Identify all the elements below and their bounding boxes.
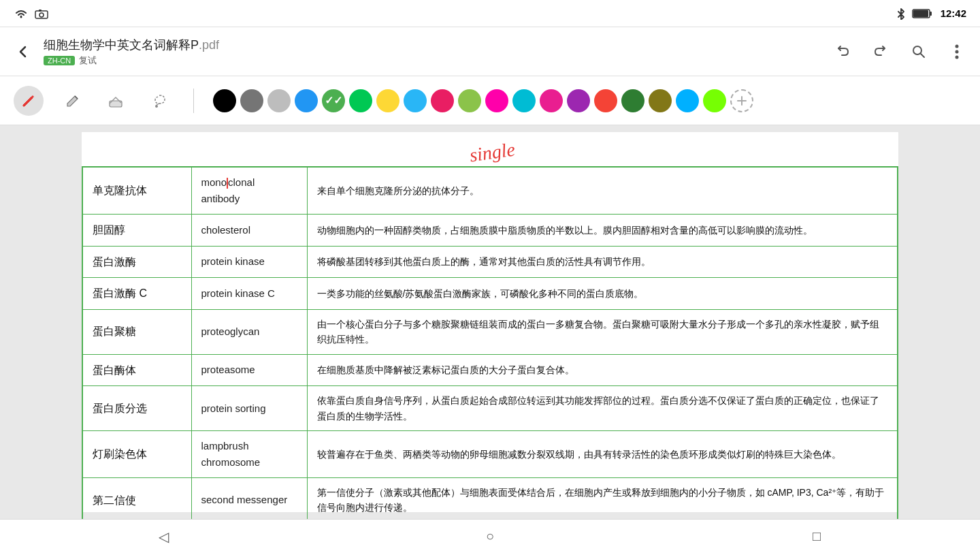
vocabulary-table: 单克隆抗体monoclonalantibody来自单个细胞克隆所分泌的抗体分子。… [82,166,898,519]
chinese-term: 单克隆抗体 [82,167,191,215]
color-dot-0[interactable] [213,89,236,112]
chinese-term: 灯刷染色体 [82,430,191,477]
english-term: monoclonalantibody [191,167,307,215]
english-term: protein sorting [191,386,307,431]
table-row: 胆固醇cholesterol动物细胞内的一种固醇类物质，占细胞质膜中脂质物质的半… [82,215,898,247]
status-left [14,8,49,19]
description-text: 一类多功能的丝氨酸/苏氨酸蛋白激酶家族，可磷酸化多种不同的蛋白质底物。 [307,278,898,310]
table-row: 蛋白激酶protein kinase将磷酸基团转移到其他蛋白质上的酶，通常对其他… [82,246,898,278]
table-row: 单克隆抗体monoclonalantibody来自单个细胞克隆所分泌的抗体分子。 [82,167,898,215]
chinese-term: 蛋白质分选 [82,386,191,431]
home-nav-button[interactable]: ○ [470,523,510,550]
table-row: 第二信使second messenger第一信使分子（激素或其他配体）与细胞表面… [82,477,898,519]
chinese-term: 蛋白激酶 C [82,278,191,310]
chinese-term: 胆固醇 [82,215,191,247]
top-bar-actions [830,40,969,64]
language-badge: ZH-CN [44,56,75,65]
table-row: 蛋白聚糖proteoglycan由一个核心蛋白分子与多个糖胺聚糖链组装而成的蛋白… [82,309,898,354]
pen-tool[interactable] [14,86,44,116]
toolbar-separator-1 [193,89,194,113]
camera-icon [34,8,49,19]
svg-point-12 [155,105,158,108]
color-dot-7[interactable] [404,89,427,112]
color-dot-2[interactable] [267,89,291,112]
svg-point-2 [39,13,44,17]
description-text: 将磷酸基团转移到其他蛋白质上的酶，通常对其他蛋白质的活性具有调节作用。 [307,246,898,278]
undo-button[interactable] [830,40,855,64]
color-dot-6[interactable] [376,89,399,112]
table-row: 蛋白激酶 Cprotein kinase C一类多功能的丝氨酸/苏氨酸蛋白激酶家… [82,278,898,310]
more-button[interactable] [945,40,969,64]
chinese-term: 蛋白聚糖 [82,309,191,354]
cursor-line [227,178,228,189]
lasso-tool[interactable] [144,86,174,116]
top-bar: 细胞生物学中英文名词解释P.pdf ZH-CN 复试 [0,27,980,76]
color-dot-18[interactable] [703,89,726,112]
bluetooth-icon [896,7,906,20]
battery-indicator [912,7,932,19]
chinese-term: 蛋白酶体 [82,354,191,386]
badge-label: 复试 [79,54,97,67]
toolbar: ✓ [0,76,980,125]
description-text: 动物细胞内的一种固醇类物质，占细胞质膜中脂质物质的半数以上。膜内胆固醇相对含量的… [307,215,898,247]
description-text: 由一个核心蛋白分子与多个糖胺聚糖链组装而成的蛋白一多糖复合物。蛋白聚糖可吸附大量… [307,309,898,354]
color-dot-5[interactable] [349,89,372,112]
add-color-button[interactable] [730,89,753,112]
svg-point-10 [956,55,959,59]
battery-icon [912,8,932,19]
status-right: 12:42 [896,7,966,20]
filename: 细胞生物学中英文名词解释P.pdf [44,37,822,53]
english-term: proteoglycan [191,309,307,354]
table-row: 蛋白酶体proteasome在细胞质基质中降解被泛素标记蛋白质的大分子蛋白复合体… [82,354,898,386]
wifi-icon [14,8,29,19]
bottom-nav: ◁ ○ □ [0,519,980,553]
english-term: cholesterol [191,215,307,247]
svg-rect-3 [39,10,42,12]
color-dot-8[interactable] [431,89,454,112]
english-term: lampbrush chromosome [191,430,307,477]
pdf-page: single 单克隆抗体monoclonalantibody来自单个细胞克隆所分… [82,132,898,512]
chinese-term: 第二信使 [82,477,191,519]
table-row: 蛋白质分选protein sorting依靠蛋白质自身信号序列，从蛋白质起始合成… [82,386,898,431]
color-dot-16[interactable] [649,89,672,112]
description-text: 第一信使分子（激素或其他配体）与细胞表面受体结合后，在细胞内产生或释放到细胞内的… [307,477,898,519]
recents-nav-button[interactable]: □ [796,523,837,550]
svg-point-9 [956,50,959,53]
color-dot-9[interactable] [458,89,481,112]
color-dot-10[interactable] [485,89,508,112]
search-button[interactable] [906,40,931,64]
svg-point-8 [956,44,959,48]
redo-button[interactable] [868,40,893,64]
back-nav-button[interactable]: ◁ [143,523,184,550]
chinese-term: 蛋白激酶 [82,246,191,278]
marker-tool[interactable] [57,86,87,116]
color-dot-14[interactable] [594,89,617,112]
english-term: protein kinase [191,246,307,278]
document-title-section: 细胞生物学中英文名词解释P.pdf ZH-CN 复试 [44,37,822,67]
color-dot-15[interactable] [621,89,644,112]
table-row: 灯刷染色体lampbrush chromosome较普遍存在于鱼类、两栖类等动物… [82,430,898,477]
eraser-tool[interactable] [101,86,131,116]
description-text: 较普遍存在于鱼类、两栖类等动物的卵母细胞减数分裂双线期，由具有转录活性的染色质环… [307,430,898,477]
color-dot-1[interactable] [240,89,263,112]
color-dot-4[interactable]: ✓ [322,89,345,112]
color-dot-11[interactable] [512,89,536,112]
content-area[interactable]: single 单克隆抗体monoclonalantibody来自单个细胞克隆所分… [0,125,980,519]
color-palette: ✓ [213,89,753,112]
english-term: second messenger [191,477,307,519]
english-term: protein kinase C [191,278,307,310]
description-text: 依靠蛋白质自身信号序列，从蛋白质起始合成部位转运到其功能发挥部位的过程。蛋白质分… [307,386,898,431]
svg-point-0 [20,16,22,18]
color-dot-17[interactable] [676,89,699,112]
badge-row: ZH-CN 复试 [44,54,822,67]
color-dot-12[interactable] [540,89,563,112]
status-bar: 12:42 [0,0,980,27]
color-dot-13[interactable] [567,89,590,112]
color-dot-3[interactable] [295,89,318,112]
back-button[interactable] [11,40,35,64]
time-display: 12:42 [941,7,966,19]
description-text: 在细胞质基质中降解被泛素标记蛋白质的大分子蛋白复合体。 [307,354,898,386]
svg-rect-5 [913,10,928,17]
svg-line-13 [157,104,159,105]
svg-rect-6 [930,12,932,16]
